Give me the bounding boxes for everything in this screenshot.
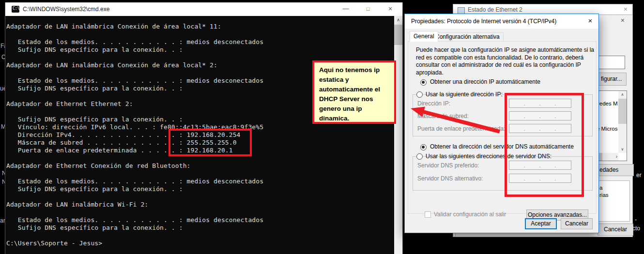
dialog-titlebar[interactable]: Propiedades: Protocolo de Internet versi… [405, 14, 598, 29]
terminal-line [6, 209, 394, 216]
terminal-line: Sufijo DNS específico para la conexión. … [6, 224, 394, 232]
highlight-rect-dialog [505, 93, 584, 197]
annotation-note: Aqui no tenemos ipestatica yautomaticame… [312, 60, 396, 124]
minimize-icon[interactable]: — [335, 2, 357, 16]
ok-button[interactable]: Aceptar [525, 218, 557, 229]
terminal-line [6, 170, 394, 178]
close-icon[interactable]: × [624, 5, 628, 13]
dns-field-label: Servidor DNS alternativo: [417, 175, 509, 182]
scrollbar-thumb[interactable] [394, 25, 402, 45]
scroll-up-icon[interactable]: ∧ [618, 91, 627, 98]
description-groupbox: arias [596, 180, 630, 222]
close-icon[interactable]: × [582, 14, 598, 29]
terminal-line: Adaptador de LAN inalámbrica Conexión de… [6, 23, 394, 30]
terminal-line: Adaptador de Ethernet Conexión de red Bl… [6, 162, 394, 170]
terminal-line: Estado de los medios. . . . . . . . . . … [6, 38, 394, 46]
scroll-down-icon[interactable]: ∨ [618, 146, 627, 153]
network-items-list[interactable]: redes Me Micros ∧ ∨ › [595, 90, 627, 161]
description-fragment: a [599, 185, 602, 191]
desktop-text-fragment: - [635, 216, 637, 223]
text-field[interactable] [596, 56, 625, 69]
dialog-description: Puede hacer que la configuración IP se a… [416, 46, 596, 76]
maximize-icon[interactable]: □ [357, 2, 379, 16]
radio-obtain-ip-auto-label[interactable]: Obtener una dirección IP automáticamente [430, 78, 540, 85]
annotation-note-line: genero una ip [319, 104, 391, 114]
close-icon[interactable]: × [379, 2, 401, 16]
groupbox-header: Usar las siguientes direcciones de servi… [416, 153, 420, 160]
scroll-up-icon[interactable]: ∧ [394, 16, 402, 24]
terminal-line: Adaptador de LAN inalámbrica Wi-Fi 2: [6, 201, 394, 209]
highlight-rect-terminal [169, 129, 252, 156]
list-vertical-scrollbar[interactable]: ∧ ∨ [618, 91, 627, 153]
annotation-note-line: automaticamente el [319, 85, 391, 94]
annotation-note-line: DHCP Server nos [319, 94, 391, 104]
scroll-right-icon[interactable]: › [616, 153, 617, 161]
cancel-button[interactable]: Cancelar [598, 224, 633, 236]
terminal-line [6, 193, 394, 201]
cmd-scrollbar[interactable]: ∧ [394, 16, 402, 254]
list-item[interactable]: e Micros [597, 126, 617, 132]
ethernet-status-icon [458, 7, 465, 14]
list-item[interactable]: redes M [598, 101, 618, 106]
cmd-icon [12, 6, 19, 13]
ethernet-status-title: Estado de Ethernet 2 [468, 6, 522, 13]
tab-alternate-config[interactable]: Configuración alternativa [431, 32, 504, 42]
terminal-line: Estado de los medios. . . . . . . . . . … [6, 178, 394, 185]
terminal-line: Sufijo DNS específico para la conexión. … [6, 185, 394, 193]
annotation-note-line: dinamica. [319, 114, 391, 123]
desktop-text-fragment: er [636, 172, 642, 179]
terminal-line [6, 232, 394, 239]
description-fragment: rias [599, 192, 609, 198]
scrollbar-thumb[interactable] [618, 99, 627, 124]
desktop: FaCueMNNar C:\WINDOWS\system32\cmd.exe —… [0, 0, 644, 254]
terminal-line: Sufijo DNS específico para la conexión. … [6, 46, 394, 54]
annotation-note-line: estatica y [319, 75, 391, 85]
close-icon[interactable]: × [621, 16, 625, 24]
dialog-title: Propiedades: Protocolo de Internet versi… [411, 18, 556, 25]
cmd-titlebar[interactable]: C:\WINDOWS\system32\cmd.exe — □ × [5, 2, 402, 16]
cmd-title: C:\WINDOWS\system32\cmd.exe [23, 6, 109, 13]
terminal-line: Estado de los medios. . . . . . . . . . … [6, 216, 394, 224]
validate-settings-label: Validar configuración al salir [434, 211, 506, 218]
annotation-note-line: Aqui no tenemos ip [319, 65, 391, 75]
dns-field-label: Servidor DNS preferido: [417, 162, 509, 169]
desktop-text-fragment: cto [632, 225, 640, 232]
annotation-arrow [402, 97, 506, 140]
terminal-line [6, 30, 394, 38]
cmd-window: C:\WINDOWS\system32\cmd.exe — □ × Adapta… [5, 2, 403, 254]
tab-general[interactable]: General [410, 31, 438, 42]
radio-obtain-ip-auto[interactable] [420, 79, 427, 86]
cancel-button[interactable]: Cancelar [561, 218, 593, 229]
terminal-line: C:\Users\Soporte - Jesus> [6, 239, 394, 247]
radio-obtain-dns-auto[interactable] [420, 144, 427, 150]
validate-settings-checkbox[interactable] [425, 211, 431, 218]
radio-use-dns[interactable] [416, 153, 423, 160]
list-horizontal-scrollbar[interactable]: › [596, 153, 618, 161]
